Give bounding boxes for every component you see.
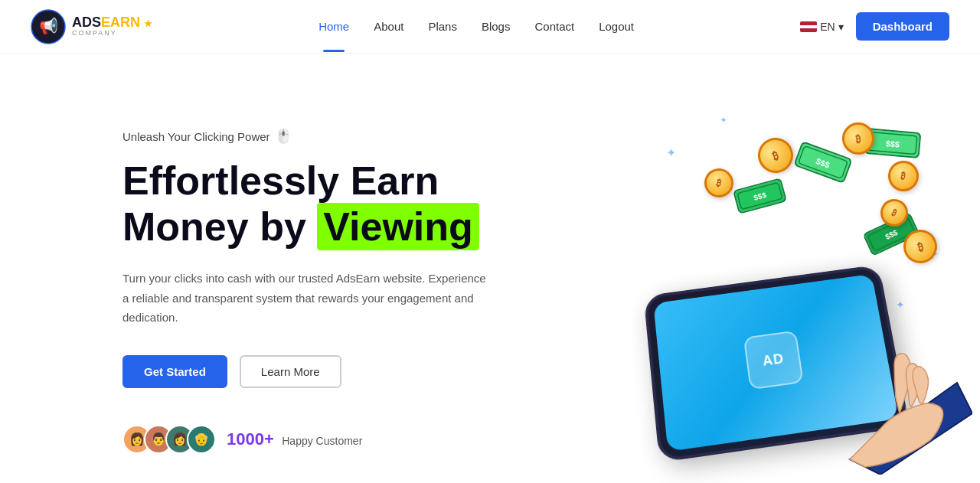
dashboard-button[interactable]: Dashboard	[856, 12, 949, 41]
heading-highlight: Viewing	[317, 203, 479, 250]
hero-section: Unleash Your Clicking Power 🖱️ Effortles…	[0, 54, 980, 483]
social-proof: 👩 👨 👩 👴 1000+ Happy Customer	[122, 425, 582, 454]
tagline-text: Unleash Your Clicking Power	[122, 130, 270, 143]
logo-company-text: COMPANY	[72, 30, 152, 38]
customer-count: 1000+ Happy Customer	[227, 429, 362, 449]
nav-item-logout[interactable]: Logout	[599, 20, 634, 34]
hero-buttons: Get Started Learn More	[122, 355, 582, 388]
nav-about-link[interactable]: About	[374, 20, 403, 33]
nav-item-blogs[interactable]: Blogs	[482, 20, 511, 34]
chevron-down-icon: ▾	[838, 21, 844, 33]
get-started-button[interactable]: Get Started	[122, 355, 227, 388]
heading-line1: Effortlessly Earn	[122, 158, 439, 203]
money-bill: $$$	[793, 141, 852, 184]
hero-heading: Effortlessly Earn Money by Viewing	[122, 158, 582, 250]
avatar-group: 👩 👨 👩 👴	[122, 425, 216, 454]
nav-right: EN ▾ Dashboard	[800, 12, 949, 41]
hero-illustration: ✦ ✦ ✦ ✦ $$$ $$$ $$$ $$$ ₿ ₿ ₿ ₿ ₿ ₿	[582, 100, 965, 482]
logo-ads-text: ADS	[72, 15, 101, 30]
phone-mockup: ✦ ✦ ✦ ✦ $$$ $$$ $$$ $$$ ₿ ₿ ₿ ₿ ₿ ₿	[605, 107, 942, 475]
nav-item-about[interactable]: About	[374, 20, 403, 34]
svg-text:📢: 📢	[39, 17, 58, 35]
lang-label: EN	[820, 21, 835, 33]
nav-item-contact[interactable]: Contact	[534, 20, 574, 34]
hero-content: Unleash Your Clicking Power 🖱️ Effortles…	[122, 128, 582, 453]
logo[interactable]: 📢 ADSEARN ★ COMPANY	[31, 9, 152, 44]
coin-icon: ₿	[886, 158, 921, 194]
nav-home-link[interactable]: Home	[318, 20, 349, 33]
logo-icon: 📢	[31, 9, 66, 44]
logo-star: ★	[144, 18, 152, 29]
flag-icon	[800, 21, 817, 32]
coin-icon: ₿	[753, 133, 799, 178]
hero-description: Turn your clicks into cash with our trus…	[122, 269, 490, 328]
heading-line2-pre: Money by	[122, 204, 317, 249]
logo-text: ADSEARN ★ COMPANY	[72, 15, 152, 38]
phone-screen-ad: AD	[743, 331, 804, 390]
star-icon: ✦	[720, 115, 727, 126]
cursor-icon: 🖱️	[275, 128, 292, 145]
hero-tagline: Unleash Your Clicking Power 🖱️	[122, 128, 582, 145]
money-bill: $$$	[733, 178, 787, 214]
hand-illustration	[804, 321, 972, 475]
star-icon: ✦	[896, 299, 905, 311]
avatar: 👴	[187, 425, 216, 454]
navbar: 📢 ADSEARN ★ COMPANY Home About Plans Blo…	[0, 0, 980, 54]
nav-contact-link[interactable]: Contact	[534, 20, 574, 33]
nav-links: Home About Plans Blogs Contact Logout	[318, 20, 634, 34]
nav-item-home[interactable]: Home	[318, 20, 349, 34]
logo-earn-text: EARN	[101, 15, 140, 30]
nav-plans-link[interactable]: Plans	[428, 20, 457, 33]
nav-logout-link[interactable]: Logout	[599, 20, 634, 33]
customer-label: Happy Customer	[282, 435, 362, 447]
star-icon: ✦	[666, 145, 676, 160]
nav-item-plans[interactable]: Plans	[428, 20, 457, 34]
language-selector[interactable]: EN ▾	[800, 21, 843, 33]
count-number: 1000+	[227, 429, 274, 449]
nav-blogs-link[interactable]: Blogs	[482, 20, 511, 33]
coin-icon: ₿	[701, 165, 737, 201]
learn-more-button[interactable]: Learn More	[240, 355, 341, 388]
svg-text:$$$: $$$	[885, 139, 900, 149]
